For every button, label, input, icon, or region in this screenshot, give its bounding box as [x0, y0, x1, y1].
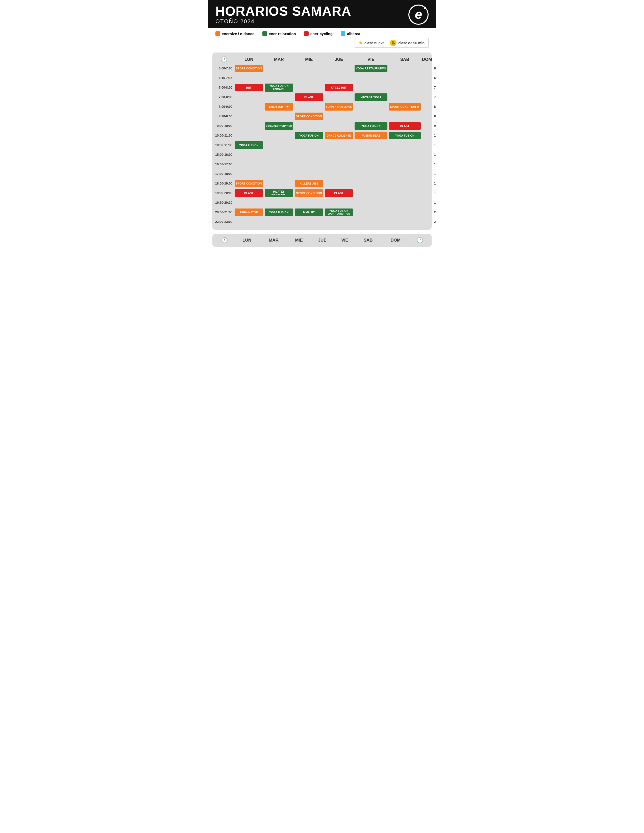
lun-2000: TERMINATOR	[234, 207, 264, 217]
lun-800	[234, 102, 264, 112]
dom-700	[422, 83, 433, 92]
yoga-restaurativo-badge: YOGA RESTAURATIVO	[354, 64, 387, 72]
lun-1030: YOGA FUSION	[234, 140, 264, 150]
vie-1900	[354, 188, 388, 198]
footer-lun: LUN	[234, 236, 259, 244]
table-row: 20:00-21:00 TERMINATOR YOGA FUSION MMA F…	[214, 207, 436, 217]
sab-1800	[388, 179, 422, 188]
table-row: 8:30-9:30 SPORT CONDITION 8:30-9:30	[214, 112, 436, 121]
legend-row1: enersize / e-dance ener-relaxation ener-…	[208, 28, 436, 37]
table-row: 17:00-18:00 17:00-18:00	[214, 169, 436, 179]
sab-1000: YOGA FUSION	[388, 131, 422, 140]
sab-830	[388, 112, 422, 121]
time-1700: 17:00-18:00	[214, 169, 234, 179]
dom-600	[422, 64, 433, 73]
time-800: 8:00-9:00	[214, 102, 234, 112]
mar-1800	[264, 179, 294, 188]
mar-730	[264, 92, 294, 102]
pilates-badge: PILATESFUSION BEAT	[265, 189, 293, 197]
mar-1900: PILATESFUSION BEAT	[264, 188, 294, 198]
footer-jue: JUE	[310, 236, 334, 244]
dom-1030	[422, 140, 433, 150]
dom-1900	[422, 188, 433, 198]
mma-fit-badge: MMA FIT	[295, 209, 323, 216]
relaxation-dot	[262, 31, 267, 36]
sab-700	[388, 83, 422, 92]
footer-dom: DOM	[382, 236, 410, 244]
time-1500: 15:00-16:00	[214, 150, 234, 159]
mar-1000	[264, 131, 294, 140]
killers-abs-badge: KILLERS ABS	[295, 180, 323, 187]
vie-900: YOGA FUSION	[354, 121, 388, 131]
legend-cycling: ener-cycling	[304, 31, 333, 36]
clock-header-left: 🕐	[214, 56, 234, 64]
mar-600	[264, 64, 294, 73]
time-615-right: 6:15-7:15	[432, 73, 436, 83]
vie-600: YOGA RESTAURATIVO	[354, 64, 388, 73]
jue-1000: DANCE CALIENTE	[324, 131, 354, 140]
table-row: 8:00-9:00 ENER JUMP ★ BUMPER CHALLENGE S…	[214, 102, 436, 112]
sab-1900	[388, 188, 422, 198]
schedule-table-wrapper: 🕐 LUN MAR MIE JUE VIE SAB DOM 🕐 6:00-7:0…	[213, 53, 431, 230]
mar-830	[264, 112, 294, 121]
lun-730	[234, 92, 264, 102]
table-row: 18:00-19:00 SPORT CONDITION KILLERS ABS …	[214, 179, 436, 188]
yoga-fusion-lun-badge: YOGA FUSION	[235, 142, 263, 149]
clock-icon-footer-right: 🕐	[417, 237, 423, 243]
cycling-dot	[304, 31, 309, 36]
mie-1030	[294, 140, 324, 150]
jue-700: CYCLE HIIT	[324, 83, 354, 92]
yoga-restaurativo-mar-badge: YOGA RESTAURATIVO	[265, 122, 293, 130]
mar-900: YOGA RESTAURATIVO	[264, 121, 294, 131]
lun-700: HIIT	[234, 83, 264, 92]
legend-alberca: alberca	[341, 31, 361, 36]
table-row: 22:00-23:00 22:00-23:00	[214, 217, 436, 227]
time-1930: 19:30-20:30	[214, 198, 234, 207]
time-600-right: 6:00-7:00	[432, 64, 436, 73]
jue-900	[324, 121, 354, 131]
legend-90min: 90min clase de 90 min	[390, 40, 425, 46]
table-row: 6:15-7:15 6:15-7:15	[214, 73, 436, 83]
dom-730	[422, 92, 433, 102]
blast-lun19-badge: BLAST	[235, 189, 263, 197]
sab-800: SPORT CONDITION ★	[388, 102, 422, 112]
cycling-label: ener-cycling	[311, 32, 333, 36]
svg-text:e: e	[415, 7, 422, 21]
time-700: 7:00-8:00	[214, 83, 234, 92]
sab-600	[388, 64, 422, 73]
time-2200-right: 22:00-23:00	[432, 217, 436, 227]
header-vie: VIE	[354, 56, 388, 64]
legend-nueva: ★ clase nueva	[359, 40, 385, 46]
sab-730	[388, 92, 422, 102]
brand-logo: e	[408, 5, 428, 25]
time-1900-right: 19:00-20:00	[432, 188, 436, 198]
enersize-label: enersize / e-dance	[222, 32, 254, 36]
subtitle: OTOÑO 2024	[216, 18, 351, 25]
time-1800-right: 18:00-19:00	[432, 179, 436, 188]
hiit-badge: HIIT	[235, 84, 263, 92]
time-1030: 10:30-11:30	[214, 140, 234, 150]
footer-mie: MIE	[288, 236, 310, 244]
time-800-right: 8:00-9:00	[432, 102, 436, 112]
yoga-fusion-mie-badge: YOGA FUSION	[295, 132, 323, 139]
lun-600: SPORT CONDITION	[234, 64, 264, 73]
table-row: 15:00-16:00 15:00-16:00	[214, 150, 436, 159]
mie-2000: MMA FIT	[294, 207, 324, 217]
legend-relaxation: ener-relaxation	[262, 31, 296, 36]
clock-icon-footer-left: 🕐	[221, 237, 228, 243]
jue-1900: BLAST	[324, 188, 354, 198]
sport-condition-sub: SPORT CONDITION	[328, 212, 350, 215]
jue-800: BUMPER CHALLENGE	[324, 102, 354, 112]
relaxation-label: ener-relaxation	[269, 32, 296, 36]
mie-900	[294, 121, 324, 131]
sport-condition-lun18-badge: SPORT CONDITION	[235, 180, 263, 187]
time-600: 6:00-7:00	[214, 64, 234, 73]
terminator-badge: TERMINATOR	[235, 209, 263, 216]
blast-jue19-badge: BLAST	[325, 189, 353, 197]
time-1000-right: 10:00-11:00	[432, 131, 436, 140]
clase-nueva-label: clase nueva	[364, 41, 385, 45]
vie-800	[354, 102, 388, 112]
header-mar: MAR	[264, 56, 294, 64]
fusion-beat-badge: FUSION BEAT	[354, 132, 387, 139]
lun-1800: SPORT CONDITION	[234, 179, 264, 188]
